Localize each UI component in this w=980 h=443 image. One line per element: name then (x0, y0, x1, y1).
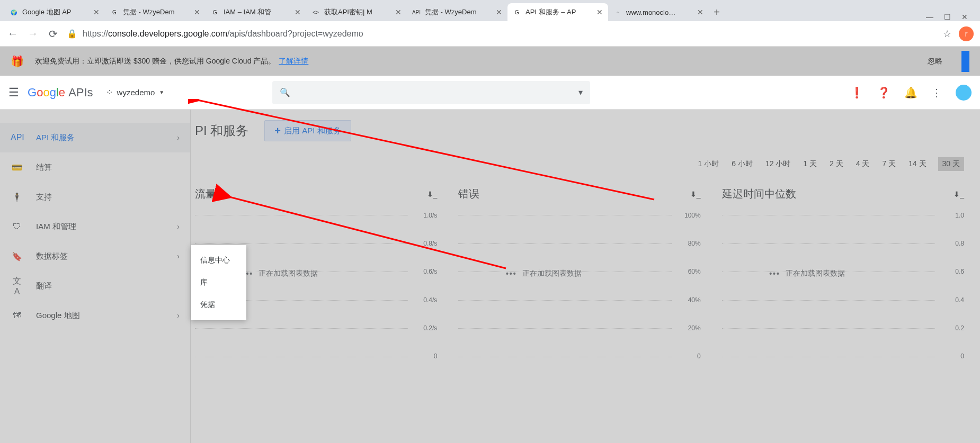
time-range-option[interactable]: 6 小时 (730, 157, 754, 171)
tab-close-icon[interactable]: ✕ (295, 8, 301, 16)
time-range-option[interactable]: 14 天 (907, 157, 927, 171)
sidebar-item[interactable]: 🗺Google 地图› (0, 301, 190, 330)
project-name: wyzedemo (117, 88, 155, 97)
tab-close-icon[interactable]: ✕ (596, 8, 603, 16)
tab-favicon: G (211, 8, 219, 16)
learn-more-link[interactable]: 了解详情 (279, 57, 308, 66)
chart-area: •••正在加载图表数据 1.00.80.60.40.20 (722, 212, 964, 360)
tab-close-icon[interactable]: ✕ (194, 8, 200, 16)
tab-title: Google 地图 AP (22, 7, 89, 17)
browser-tab-strip: 🌍Google 地图 AP✕G凭据 - WzyeDem✕GIAM – IAM 和… (0, 0, 980, 21)
time-range-selector: 1 小时6 小时12 小时1 天2 天4 天7 天14 天30 天 (191, 157, 964, 171)
enable-apis-button[interactable]: + 启用 API 和服务 (264, 120, 351, 141)
tab-close-icon[interactable]: ✕ (697, 8, 703, 16)
account-icon[interactable] (956, 85, 972, 101)
google-apis-logo[interactable]: Google APIs (28, 86, 93, 100)
y-axis-ticks: 100%80%60%40%20%0 (674, 212, 701, 360)
browser-tab[interactable]: API凭据 - WzyeDem✕ (407, 3, 507, 21)
tab-close-icon[interactable]: ✕ (395, 8, 402, 16)
tab-title: IAM – IAM 和管 (224, 7, 290, 17)
chevron-right-icon: › (177, 133, 180, 142)
browser-tab[interactable]: <>获取API密钥| M✕ (306, 3, 407, 21)
chevron-right-icon: › (177, 222, 180, 231)
sidebar-item[interactable]: 🔖数据标签› (0, 241, 190, 271)
tab-favicon: G (513, 8, 521, 16)
url-input[interactable]: 🔒 https://console.developers.google.com/… (67, 29, 936, 39)
window-minimize[interactable]: — (926, 13, 933, 21)
submenu-item[interactable]: 库 (191, 272, 246, 294)
tab-favicon: API (412, 8, 421, 16)
gift-icon: 🎁 (11, 55, 24, 68)
sidebar-icon: 🗺 (11, 311, 23, 320)
time-range-option[interactable]: 30 天 (938, 157, 964, 171)
time-range-option[interactable]: 1 天 (802, 157, 818, 171)
console-header: ☰ Google APIs ⁘ wyzedemo ▼ 🔍 ▾ ❗ ❓ 🔔 ⋮ (0, 76, 980, 110)
tab-favicon: ▫ (613, 8, 622, 16)
window-close[interactable]: ✕ (961, 13, 968, 21)
sidebar-icon: API (11, 133, 23, 142)
search-box[interactable]: 🔍 ▾ (272, 81, 590, 104)
sidebar-item[interactable]: 🕴支持 (0, 182, 190, 212)
sidebar-item-label: 翻译 (36, 281, 180, 291)
search-dropdown-icon[interactable]: ▾ (578, 87, 583, 97)
dismiss-button[interactable]: 忽略 (928, 57, 942, 66)
notifications-icon[interactable]: 🔔 (904, 86, 917, 99)
sidebar-item[interactable]: APIAPI 和服务› (0, 123, 190, 152)
sidebar-item[interactable]: 🛡IAM 和管理› (0, 212, 190, 241)
sidebar-item[interactable]: 文A翻译 (0, 271, 190, 301)
back-button[interactable]: ← (6, 28, 19, 40)
more-icon[interactable]: ⋮ (931, 86, 942, 99)
profile-avatar[interactable]: r (959, 26, 974, 41)
cloud-shell-icon[interactable]: ❗ (850, 86, 863, 99)
chart-title: 错误 (458, 187, 479, 201)
tab-close-icon[interactable]: ✕ (93, 8, 100, 16)
sidebar-icon: 🔖 (11, 251, 23, 261)
help-icon[interactable]: ❓ (877, 86, 890, 99)
browser-address-bar: ← → ⟳ 🔒 https://console.developers.googl… (0, 21, 980, 47)
lock-icon: 🔒 (67, 29, 77, 39)
sidebar-item-label: API 和服务 (36, 133, 164, 143)
reload-button[interactable]: ⟳ (47, 28, 59, 40)
tab-close-icon[interactable]: ✕ (496, 8, 502, 16)
chevron-down-icon: ▼ (159, 89, 164, 95)
chart-loading: •••正在加载图表数据 (506, 269, 582, 278)
sidebar-item-label: 结算 (36, 162, 180, 173)
browser-tab[interactable]: GIAM – IAM 和管✕ (206, 3, 306, 21)
download-icon[interactable]: ⬇_ (954, 190, 964, 198)
chart-loading: •••正在加载图表数据 (769, 269, 845, 278)
project-picker[interactable]: ⁘ wyzedemo ▼ (102, 87, 169, 97)
new-tab-button[interactable]: + (709, 3, 725, 21)
search-icon: 🔍 (280, 87, 290, 97)
sidebar-item[interactable]: 💳结算 (0, 152, 190, 182)
browser-tab[interactable]: ▫www.monoclo…✕ (608, 3, 709, 21)
tab-title: 凭据 - WzyeDem (123, 7, 190, 17)
activate-button-edge[interactable] (961, 51, 969, 72)
tab-title: 凭据 - WzyeDem (425, 7, 492, 17)
tab-favicon: G (110, 8, 119, 16)
hamburger-icon[interactable]: ☰ (8, 86, 19, 100)
tab-favicon: <> (311, 8, 320, 16)
time-range-option[interactable]: 2 天 (828, 157, 844, 171)
tab-title: www.monoclo… (626, 8, 693, 16)
download-icon[interactable]: ⬇_ (427, 190, 438, 198)
submenu-item[interactable]: 信息中心 (191, 249, 246, 272)
search-input[interactable] (296, 88, 573, 97)
time-range-option[interactable]: 1 小时 (697, 157, 720, 171)
sidebar-icon: 💳 (11, 162, 23, 173)
window-controls: — ☐ ✕ (918, 13, 976, 21)
download-icon[interactable]: ⬇_ (690, 190, 701, 198)
sidebar-item-label: Google 地图 (36, 311, 164, 321)
time-range-option[interactable]: 12 小时 (764, 157, 791, 171)
time-range-option[interactable]: 7 天 (881, 157, 897, 171)
forward-button[interactable]: → (26, 28, 39, 40)
chevron-right-icon: › (177, 252, 180, 260)
browser-tab[interactable]: GAPI 和服务 – AP✕ (507, 3, 608, 21)
free-trial-banner: 🎁 欢迎免费试用：立即激活即送 $300 赠金，供您试用 Google Clou… (0, 47, 980, 76)
time-range-option[interactable]: 4 天 (855, 157, 871, 171)
sidebar-item-label: IAM 和管理 (36, 222, 164, 232)
window-maximize[interactable]: ☐ (944, 13, 951, 21)
submenu-item[interactable]: 凭据 (191, 294, 246, 316)
browser-tab[interactable]: 🌍Google 地图 AP✕ (4, 3, 105, 21)
browser-tab[interactable]: G凭据 - WzyeDem✕ (105, 3, 206, 21)
bookmark-star-icon[interactable]: ☆ (943, 28, 951, 40)
